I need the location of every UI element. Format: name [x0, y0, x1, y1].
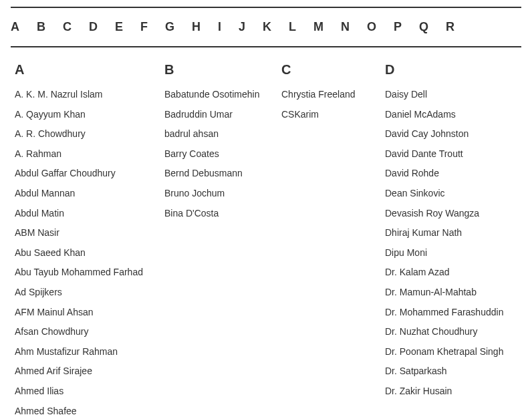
alpha-letter-E[interactable]: E	[115, 20, 123, 34]
alpha-letter-H[interactable]: H	[192, 20, 201, 34]
author-link[interactable]: Dean Sinkovic	[385, 187, 510, 200]
author-list-B: Babatunde OsotimehinBadruddin Umarbadrul…	[164, 88, 269, 220]
section-header-C: C	[281, 62, 373, 78]
author-link[interactable]: Bernd Debusmann	[164, 167, 269, 180]
author-columns: A A. K. M. Nazrul IslamA. Qayyum KhanA. …	[11, 62, 521, 419]
author-link[interactable]: Abu Tayub Mohammed Farhad	[15, 266, 152, 279]
author-link[interactable]: Babatunde Osotimehin	[164, 88, 269, 102]
section-header-B: B	[164, 62, 269, 78]
author-link[interactable]: Devasish Roy Wangza	[385, 207, 510, 221]
author-link[interactable]: Ad Spijkers	[15, 286, 152, 299]
author-link[interactable]: Badruddin Umar	[164, 108, 269, 122]
alpha-letter-G[interactable]: G	[165, 20, 174, 34]
author-link[interactable]: Afsan Chowdhury	[15, 325, 152, 339]
alpha-letter-D[interactable]: D	[89, 20, 98, 34]
author-list-A: A. K. M. Nazrul IslamA. Qayyum KhanA. R.…	[15, 88, 152, 418]
author-link[interactable]: A. Qayyum Khan	[15, 108, 152, 122]
author-link[interactable]: David Cay Johnston	[385, 128, 510, 141]
alpha-letter-B[interactable]: B	[37, 20, 45, 34]
alpha-letter-J[interactable]: J	[239, 20, 245, 34]
author-section-A: A A. K. M. Nazrul IslamA. Qayyum KhanA. …	[11, 62, 164, 419]
author-link[interactable]: Abdul Gaffar Choudhury	[15, 167, 152, 180]
section-header-A: A	[15, 62, 152, 78]
author-link[interactable]: Ahm Mustafizur Rahman	[15, 345, 152, 359]
author-link[interactable]: Dr. Mohammed Farashuddin	[385, 306, 510, 319]
author-link[interactable]: Dhiraj Kumar Nath	[385, 227, 510, 240]
alpha-letter-A[interactable]: A	[11, 20, 19, 34]
author-link[interactable]: Ahmed Arif Sirajee	[15, 365, 152, 378]
author-link[interactable]: Dipu Moni	[385, 247, 510, 260]
alpha-letter-O[interactable]: O	[367, 20, 376, 34]
author-section-C: C Chrystia FreelandCSKarim	[281, 62, 385, 419]
alpha-letter-P[interactable]: P	[394, 20, 402, 34]
author-link[interactable]: CSKarim	[281, 108, 373, 122]
author-link[interactable]: Bina D'Costa	[164, 207, 269, 221]
author-link[interactable]: Dr. Poonam Khetrapal Singh	[385, 345, 510, 359]
author-link[interactable]: A. R. Chowdhury	[15, 128, 152, 141]
alpha-letter-I[interactable]: I	[218, 20, 221, 34]
author-link[interactable]: badrul ahsan	[164, 128, 269, 141]
author-link[interactable]: Abdul Mannan	[15, 187, 152, 200]
author-link[interactable]: Daisy Dell	[385, 88, 510, 102]
author-link[interactable]: Dr. Zakir Husain	[385, 385, 510, 398]
alpha-letter-Q[interactable]: Q	[419, 20, 428, 34]
alpha-letter-K[interactable]: K	[263, 20, 271, 34]
author-link[interactable]: Chrystia Freeland	[281, 88, 373, 102]
author-link[interactable]: ABM Nasir	[15, 227, 152, 240]
author-link[interactable]: Dr. Nuzhat Choudhury	[385, 325, 510, 339]
author-section-B: B Babatunde OsotimehinBadruddin Umarbadr…	[164, 62, 281, 419]
alphabet-index: ABCDEFGHIJKLMNOPQR	[11, 7, 521, 47]
author-link[interactable]: Bruno Jochum	[164, 187, 269, 200]
author-section-D: D Daisy DellDaniel McAdamsDavid Cay John…	[385, 62, 521, 419]
author-link[interactable]: David Dante Troutt	[385, 148, 510, 161]
author-link[interactable]: Dr. Kalam Azad	[385, 266, 510, 279]
author-link[interactable]: Dr. Mamun-Al-Mahtab	[385, 286, 510, 299]
alpha-letter-F[interactable]: F	[140, 20, 148, 34]
author-link[interactable]: David Rohde	[385, 167, 510, 180]
alpha-letter-R[interactable]: R	[446, 20, 454, 34]
author-list-C: Chrystia FreelandCSKarim	[281, 88, 373, 121]
author-link[interactable]: A. Rahman	[15, 148, 152, 161]
author-link[interactable]: Barry Coates	[164, 148, 269, 161]
author-link[interactable]: A. K. M. Nazrul Islam	[15, 88, 152, 102]
author-link[interactable]: Daniel McAdams	[385, 108, 510, 122]
author-link[interactable]: Abu Saeed Khan	[15, 247, 152, 260]
alpha-letter-L[interactable]: L	[289, 20, 296, 34]
author-link[interactable]: Ahmed Ilias	[15, 385, 152, 398]
author-link[interactable]: Dr. Satparkash	[385, 365, 510, 378]
author-link[interactable]: Ahmed Shafee	[15, 405, 152, 418]
author-link[interactable]: Abdul Matin	[15, 207, 152, 221]
author-list-D: Daisy DellDaniel McAdamsDavid Cay Johnst…	[385, 88, 510, 398]
alpha-letter-N[interactable]: N	[341, 20, 350, 34]
alpha-letter-C[interactable]: C	[63, 20, 72, 34]
section-header-D: D	[385, 62, 510, 78]
author-link[interactable]: AFM Mainul Ahsan	[15, 306, 152, 319]
alpha-letter-M[interactable]: M	[313, 20, 323, 34]
